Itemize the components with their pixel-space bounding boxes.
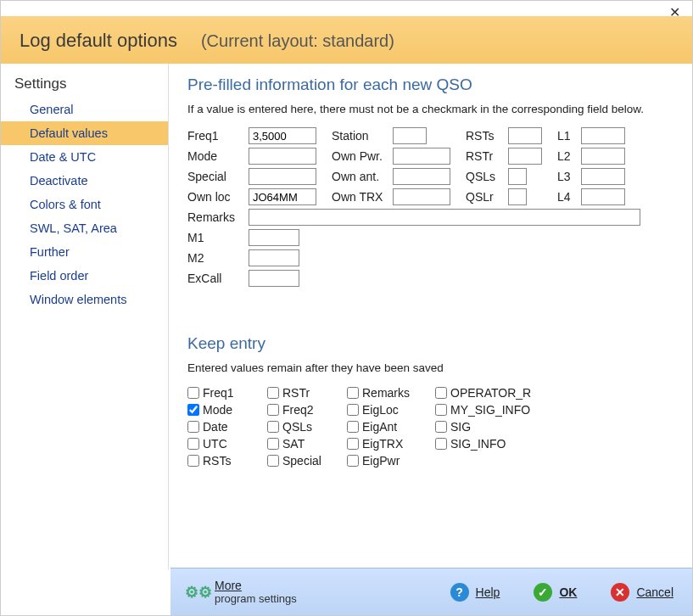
input-l1[interactable] (581, 127, 625, 144)
checkbox[interactable] (187, 438, 199, 450)
cancel-button[interactable]: ✕ Cancel (611, 583, 673, 602)
checkbox[interactable] (187, 404, 199, 416)
checkbox[interactable] (187, 421, 199, 433)
checkbox[interactable] (347, 455, 359, 467)
keep-check-sig-info[interactable]: SIG_INFO (435, 437, 545, 451)
input-m2[interactable] (249, 249, 299, 266)
checkbox-label: MY_SIG_INFO (450, 403, 530, 417)
sidebar-item-window-elements[interactable]: Window elements (1, 288, 168, 311)
label-ownloc: Own loc (187, 190, 249, 204)
input-qslr[interactable] (508, 188, 527, 205)
keep-check-special[interactable]: Special (267, 454, 344, 468)
checkbox-label: SIG_INFO (450, 437, 506, 451)
label-special: Special (187, 170, 249, 183)
prefilled-grid: Freq1 Station RSTs L1 Mode Own Pwr. RSTr… (187, 127, 673, 205)
keep-check-date[interactable]: Date (187, 420, 264, 434)
label-rstr: RSTr (466, 149, 508, 163)
keep-check-my-sig-info[interactable]: MY_SIG_INFO (435, 403, 545, 417)
checkbox-label: Mode (203, 403, 232, 417)
checkbox[interactable] (435, 387, 447, 399)
sidebar-item-general[interactable]: General (1, 98, 168, 121)
checkbox-label: EigTRX (362, 437, 403, 451)
checkbox-label: UTC (203, 437, 227, 451)
checkbox[interactable] (347, 421, 359, 433)
input-m1[interactable] (249, 229, 299, 246)
keep-check-remarks[interactable]: Remarks (347, 386, 432, 400)
checkbox[interactable] (435, 404, 447, 416)
keep-check-qsls[interactable]: QSLs (267, 420, 344, 434)
label-freq1: Freq1 (187, 129, 249, 143)
input-owntrx[interactable] (393, 188, 450, 205)
input-l3[interactable] (581, 168, 625, 185)
checkbox-label: SIG (450, 420, 471, 434)
sidebar-title: Settings (1, 72, 168, 98)
checkbox[interactable] (187, 387, 199, 399)
sidebar-item-deactivate[interactable]: Deactivate (1, 169, 168, 193)
ok-button[interactable]: ✓ OK (534, 583, 577, 602)
sidebar-item-colors-font[interactable]: Colors & font (1, 193, 168, 216)
more-sublabel: program settings (215, 592, 297, 605)
input-ownloc[interactable] (249, 188, 316, 205)
checkbox[interactable] (187, 455, 199, 467)
label-l3: L3 (557, 170, 581, 183)
input-rstr[interactable] (508, 148, 542, 165)
checkbox-label: Freq1 (203, 386, 234, 400)
cancel-icon: ✕ (611, 583, 629, 602)
checkbox[interactable] (267, 387, 279, 399)
keep-check-eigtrx[interactable]: EigTRX (347, 437, 432, 451)
input-l4[interactable] (581, 188, 625, 205)
help-icon: ? (450, 583, 469, 602)
keep-check-rstr[interactable]: RSTr (267, 386, 344, 400)
keep-check-eigpwr[interactable]: EigPwr (347, 454, 432, 468)
keep-check-sig[interactable]: SIG (435, 420, 545, 434)
sidebar-item-swl-sat-area[interactable]: SWL, SAT, Area (1, 216, 168, 240)
checkbox[interactable] (347, 387, 359, 399)
sidebar-item-default-values[interactable]: Default values (1, 121, 168, 145)
label-station: Station (332, 129, 393, 143)
input-l2[interactable] (581, 148, 625, 165)
close-button[interactable]: ✕ (662, 3, 687, 22)
sidebar-item-further[interactable]: Further (1, 240, 168, 264)
ok-icon: ✓ (534, 583, 552, 602)
input-remarks[interactable] (249, 209, 640, 226)
label-owntrx: Own TRX (332, 190, 393, 204)
checkbox-label: EigLoc (362, 403, 399, 417)
help-button[interactable]: ? Help (450, 583, 500, 602)
keep-check-sat[interactable]: SAT (267, 437, 344, 451)
checkbox[interactable] (267, 438, 279, 450)
sidebar-item-field-order[interactable]: Field order (1, 264, 168, 288)
keep-check-eigant[interactable]: EigAnt (347, 420, 432, 434)
keep-check-mode[interactable]: Mode (187, 403, 264, 417)
keep-check-eigloc[interactable]: EigLoc (347, 403, 432, 417)
keep-check-freq1[interactable]: Freq1 (187, 386, 264, 400)
input-freq1[interactable] (249, 127, 316, 144)
checkbox[interactable] (267, 404, 279, 416)
input-mode[interactable] (249, 148, 316, 165)
keep-check-freq2[interactable]: Freq2 (267, 403, 344, 417)
input-ownant[interactable] (393, 168, 450, 185)
checkbox[interactable] (347, 404, 359, 416)
sidebar-item-date-utc[interactable]: Date & UTC (1, 145, 168, 169)
keep-check-utc[interactable]: UTC (187, 437, 264, 451)
input-special[interactable] (249, 168, 316, 185)
input-rsts[interactable] (508, 127, 542, 144)
keep-check-rsts[interactable]: RSTs (187, 454, 264, 468)
input-qsls[interactable] (508, 168, 527, 185)
input-station[interactable] (393, 127, 427, 144)
checkbox[interactable] (347, 438, 359, 450)
checkbox[interactable] (435, 438, 447, 450)
prefilled-note: If a value is entered here, there must n… (187, 103, 673, 115)
footer: ⚙⚙ More program settings ? Help ✓ OK ✕ C… (170, 568, 692, 615)
checkbox-label: SAT (282, 437, 305, 451)
label-ownant: Own ant. (332, 170, 393, 183)
input-excall[interactable] (249, 270, 299, 287)
keep-check-operator-r[interactable]: OPERATOR_R (435, 386, 545, 400)
checkbox[interactable] (267, 421, 279, 433)
checkbox[interactable] (267, 455, 279, 467)
input-ownpwr[interactable] (393, 148, 450, 165)
checkbox[interactable] (435, 421, 447, 433)
ok-label: OK (559, 585, 577, 599)
label-m2: M2 (187, 251, 249, 265)
label-l4: L4 (557, 190, 581, 204)
more-settings-button[interactable]: ⚙⚙ More program settings (189, 579, 297, 605)
